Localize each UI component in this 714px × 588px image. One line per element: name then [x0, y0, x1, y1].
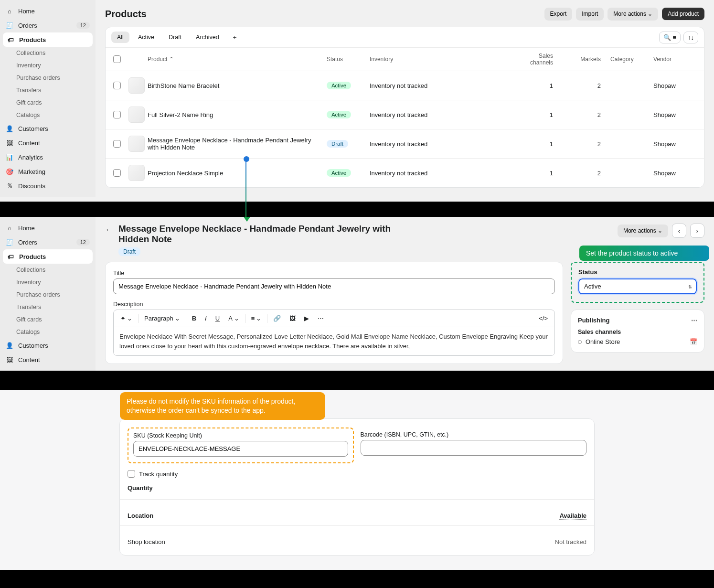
nav-home[interactable]: ⌂Home [0, 221, 96, 235]
nav-collections[interactable]: Collections [0, 47, 96, 59]
underline-button[interactable]: U [213, 313, 223, 324]
nav-collections[interactable]: Collections [0, 264, 96, 276]
home-icon: ⌂ [6, 7, 13, 15]
nav-content[interactable]: 🖼Content [0, 136, 96, 150]
export-button[interactable]: Export [544, 8, 573, 20]
publishing-more-button[interactable]: ⋯ [691, 317, 697, 324]
align-button[interactable]: ≡⌄ [248, 313, 265, 324]
nav-products[interactable]: 🏷Products [3, 32, 93, 47]
nav-orders[interactable]: 🧾Orders12 [0, 18, 96, 32]
available-heading: Available [559, 512, 586, 520]
nav-inventory[interactable]: Inventory [0, 276, 96, 289]
inv-cell: Inventory not tracked [370, 111, 515, 118]
paragraph-select[interactable]: Paragraph ⌄ [141, 313, 183, 324]
not-tracked-value: Not tracked [555, 538, 586, 545]
nav-customers[interactable]: 👤Customers [0, 121, 96, 136]
ai-button[interactable]: ✦⌄ [117, 313, 135, 324]
sidebar: ⌂Home 🧾Orders12 🏷Products Collections In… [0, 0, 96, 197]
add-tab-button[interactable]: ＋ [228, 31, 242, 43]
video-icon: ▶ [304, 315, 309, 322]
image-button[interactable]: 🖼 [287, 313, 298, 324]
status-select[interactable]: Active [578, 278, 697, 294]
col-product[interactable]: Product ⌃ [148, 56, 327, 63]
sku-label: SKU (Stock Keeping Unit) [133, 432, 348, 439]
nav-orders[interactable]: 🧾Orders12 [0, 235, 96, 249]
shop-location-label: Shop location [128, 538, 165, 545]
sort-button[interactable]: ↑↓ [683, 32, 698, 43]
inv-cell: Inventory not tracked [370, 170, 515, 177]
back-button[interactable]: ← [105, 224, 113, 234]
more-actions-button[interactable]: More actions ⌄ [607, 8, 658, 20]
search-filter-button[interactable]: 🔍≡ [659, 32, 681, 43]
orders-badge: 12 [76, 239, 90, 246]
col-vendor: Vendor [653, 56, 696, 63]
row-checkbox[interactable] [113, 169, 121, 177]
sales-cell: 1 [515, 170, 567, 177]
nav-products[interactable]: 🏷Products [3, 249, 93, 264]
select-all-checkbox[interactable] [113, 55, 121, 63]
marketing-icon: 🎯 [6, 168, 13, 175]
barcode-input[interactable] [361, 440, 587, 456]
prev-product-button[interactable]: ‹ [672, 224, 686, 238]
calendar-icon[interactable]: 📅 [690, 338, 697, 345]
nav-catalogs[interactable]: Catalogs [0, 326, 96, 338]
status-label: Status [578, 268, 697, 276]
table-row[interactable]: Projection Necklace Simple Active Invent… [106, 158, 704, 187]
text-color-button[interactable]: A⌄ [225, 313, 242, 324]
products-table-card: All Active Draft Archived ＋ 🔍≡ ↑↓ Produc… [105, 27, 704, 188]
nav-discounts[interactable]: ％Discounts [0, 179, 96, 193]
tab-all[interactable]: All [111, 32, 129, 43]
video-button[interactable]: ▶ [301, 313, 312, 324]
track-quantity-checkbox[interactable] [128, 470, 135, 478]
nav-analytics[interactable]: 📊Analytics [0, 150, 96, 164]
link-icon: 🔗 [273, 315, 281, 322]
row-checkbox[interactable] [113, 140, 121, 148]
markets-cell: 2 [567, 111, 610, 118]
nav-transfers[interactable]: Transfers [0, 301, 96, 313]
product-name: Message Envelope Necklace - Handmade Pen… [148, 137, 327, 151]
italic-button[interactable]: I [202, 313, 210, 324]
add-product-button[interactable]: Add product [662, 8, 704, 20]
more-button[interactable]: ⋯ [315, 313, 327, 324]
title-label: Title [113, 270, 555, 277]
tab-archived[interactable]: Archived [190, 32, 225, 43]
nav-gift-cards[interactable]: Gift cards [0, 96, 96, 109]
link-button[interactable]: 🔗 [270, 313, 284, 324]
bold-button[interactable]: B [189, 313, 199, 324]
import-button[interactable]: Import [576, 8, 604, 20]
markets-cell: 2 [567, 82, 610, 89]
tab-draft[interactable]: Draft [163, 32, 187, 43]
next-product-button[interactable]: › [690, 224, 704, 238]
nav-inventory[interactable]: Inventory [0, 59, 96, 72]
products-icon: 🏷 [7, 253, 14, 260]
nav-catalogs[interactable]: Catalogs [0, 109, 96, 121]
nav-purchase-orders[interactable]: Purchase orders [0, 72, 96, 84]
nav-home[interactable]: ⌂Home [0, 4, 96, 18]
content-icon: 🖼 [6, 139, 13, 147]
chevron-down-icon: ⌄ [127, 315, 132, 322]
status-badge: Active [327, 111, 351, 118]
code-view-button[interactable]: </> [536, 313, 551, 324]
nav-transfers[interactable]: Transfers [0, 84, 96, 96]
title-input[interactable] [113, 278, 555, 294]
sku-input[interactable] [133, 441, 348, 457]
track-quantity-label: Track quantity [139, 470, 178, 478]
row-checkbox[interactable] [113, 82, 121, 89]
tab-active[interactable]: Active [132, 32, 160, 43]
more-actions-button[interactable]: More actions ⌄ [618, 225, 668, 237]
nav-marketing[interactable]: 🎯Marketing [0, 164, 96, 179]
table-row[interactable]: BirthStone Name Bracelet Active Inventor… [106, 71, 704, 100]
callout-sku-warning: Please do not modify the SKU information… [120, 392, 325, 420]
nav-customers[interactable]: 👤Customers [0, 338, 96, 353]
search-icon: 🔍 [663, 34, 671, 41]
nav-content[interactable]: 🖼Content [0, 353, 96, 367]
orders-icon: 🧾 [6, 21, 13, 29]
table-row[interactable]: Message Envelope Necklace - Handmade Pen… [106, 129, 704, 158]
nav-gift-cards[interactable]: Gift cards [0, 313, 96, 326]
description-textarea[interactable]: Envelope Necklace With Secret Message, P… [114, 327, 554, 355]
chevron-left-icon: ‹ [678, 227, 680, 235]
nav-purchase-orders[interactable]: Purchase orders [0, 289, 96, 301]
row-checkbox[interactable] [113, 111, 121, 118]
annotation-dot [244, 156, 249, 162]
table-row[interactable]: Full Silver-2 Name Ring Active Inventory… [106, 100, 704, 129]
